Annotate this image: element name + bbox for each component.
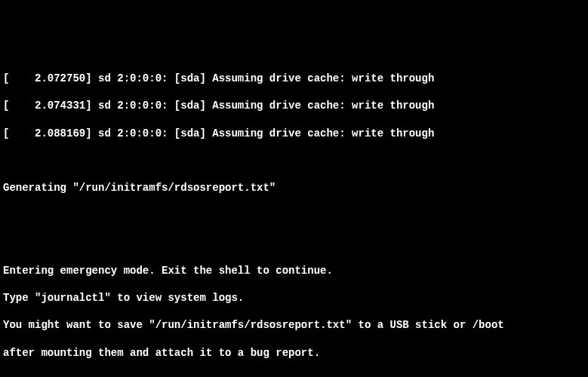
emergency-message: Entering emergency mode. Exit the shell … — [3, 264, 585, 277]
emergency-message: You might want to save "/run/initramfs/r… — [3, 318, 585, 332]
emergency-message: Type "journalctl" to view system logs. — [3, 291, 585, 305]
blank-line — [3, 209, 585, 222]
boot-message: [ 2.074331] sd 2:0:0:0: [sda] Assuming d… — [3, 99, 585, 112]
terminal-output: [ 2.072750] sd 2:0:0:0: [sda] Assuming d… — [3, 58, 585, 377]
boot-message: [ 2.072750] sd 2:0:0:0: [sda] Assuming d… — [3, 72, 585, 85]
emergency-message: after mounting them and attach it to a b… — [3, 346, 585, 360]
boot-message: [ 2.088169] sd 2:0:0:0: [sda] Assuming d… — [3, 127, 585, 140]
blank-line — [3, 236, 585, 250]
generating-message: Generating "/run/initramfs/rdsosreport.t… — [3, 181, 585, 195]
blank-line — [3, 154, 585, 167]
blank-line — [3, 373, 585, 377]
